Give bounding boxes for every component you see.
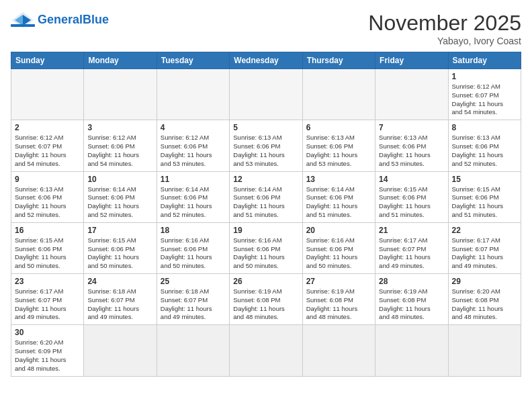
day-number: 29 [452,277,517,286]
title-area: November 2025 Yabayo, Ivory Coast [368,11,521,46]
day-info: Sunrise: 6:17 AM Sunset: 6:07 PM Dayligh… [15,287,80,322]
day-number: 14 [379,175,444,184]
calendar-cell: 30Sunrise: 6:20 AM Sunset: 6:09 PM Dayli… [11,325,84,376]
day-info: Sunrise: 6:16 AM Sunset: 6:06 PM Dayligh… [306,236,371,271]
day-info: Sunrise: 6:17 AM Sunset: 6:07 PM Dayligh… [379,236,444,271]
calendar-week-row: 2Sunrise: 6:12 AM Sunset: 6:07 PM Daylig… [11,120,521,171]
day-number: 10 [87,175,152,184]
calendar-cell: 23Sunrise: 6:17 AM Sunset: 6:07 PM Dayli… [11,274,84,325]
day-number: 9 [15,175,80,184]
weekday-header-saturday: Saturday [448,52,521,69]
day-info: Sunrise: 6:15 AM Sunset: 6:06 PM Dayligh… [87,236,152,271]
day-info: Sunrise: 6:19 AM Sunset: 6:08 PM Dayligh… [233,287,298,322]
calendar-cell: 27Sunrise: 6:19 AM Sunset: 6:08 PM Dayli… [302,274,375,325]
calendar-cell: 21Sunrise: 6:17 AM Sunset: 6:07 PM Dayli… [375,222,448,273]
calendar-cell: 10Sunrise: 6:14 AM Sunset: 6:06 PM Dayli… [84,171,157,222]
calendar-cell: 11Sunrise: 6:14 AM Sunset: 6:06 PM Dayli… [157,171,229,222]
day-number: 28 [379,277,444,286]
day-info: Sunrise: 6:14 AM Sunset: 6:06 PM Dayligh… [306,185,371,220]
day-info: Sunrise: 6:13 AM Sunset: 6:06 PM Dayligh… [306,134,371,168]
calendar-week-row: 23Sunrise: 6:17 AM Sunset: 6:07 PM Dayli… [11,274,521,325]
day-info: Sunrise: 6:19 AM Sunset: 6:08 PM Dayligh… [379,287,444,322]
day-number: 7 [379,123,444,132]
calendar-cell [302,325,375,376]
calendar-cell [157,69,229,120]
day-number: 27 [306,277,371,286]
calendar-cell [230,69,302,120]
calendar-cell: 25Sunrise: 6:18 AM Sunset: 6:07 PM Dayli… [157,274,229,325]
day-info: Sunrise: 6:15 AM Sunset: 6:06 PM Dayligh… [452,185,517,220]
day-info: Sunrise: 6:13 AM Sunset: 6:06 PM Dayligh… [233,134,298,168]
day-number: 19 [233,226,298,235]
day-number: 18 [161,226,226,235]
day-number: 23 [15,277,80,286]
calendar-cell: 7Sunrise: 6:13 AM Sunset: 6:06 PM Daylig… [375,120,448,171]
calendar-week-row: 16Sunrise: 6:15 AM Sunset: 6:06 PM Dayli… [11,222,521,273]
weekday-header-wednesday: Wednesday [230,52,302,69]
day-info: Sunrise: 6:19 AM Sunset: 6:08 PM Dayligh… [306,287,371,322]
logo-general: General [38,13,83,26]
day-info: Sunrise: 6:16 AM Sunset: 6:06 PM Dayligh… [161,236,226,271]
calendar-cell: 20Sunrise: 6:16 AM Sunset: 6:06 PM Dayli… [302,222,375,273]
day-info: Sunrise: 6:15 AM Sunset: 6:06 PM Dayligh… [15,236,80,271]
day-info: Sunrise: 6:12 AM Sunset: 6:06 PM Dayligh… [87,134,152,168]
calendar-cell: 19Sunrise: 6:16 AM Sunset: 6:06 PM Dayli… [230,222,302,273]
logo-text: GeneralBlue [38,13,109,27]
day-number: 13 [306,175,371,184]
day-number: 15 [452,175,517,184]
calendar-cell: 2Sunrise: 6:12 AM Sunset: 6:07 PM Daylig… [11,120,84,171]
calendar-cell: 12Sunrise: 6:14 AM Sunset: 6:06 PM Dayli… [230,171,302,222]
weekday-header-thursday: Thursday [302,52,375,69]
day-info: Sunrise: 6:20 AM Sunset: 6:09 PM Dayligh… [15,338,80,373]
logo: GeneralBlue [11,11,109,30]
calendar-cell: 18Sunrise: 6:16 AM Sunset: 6:06 PM Dayli… [157,222,229,273]
calendar-cell [11,69,84,120]
calendar-cell [84,325,157,376]
calendar-week-row: 9Sunrise: 6:13 AM Sunset: 6:06 PM Daylig… [11,171,521,222]
calendar-cell: 22Sunrise: 6:17 AM Sunset: 6:07 PM Dayli… [448,222,521,273]
month-title: November 2025 [368,11,521,36]
calendar-cell: 4Sunrise: 6:12 AM Sunset: 6:06 PM Daylig… [157,120,229,171]
calendar-cell [302,69,375,120]
calendar-cell: 3Sunrise: 6:12 AM Sunset: 6:06 PM Daylig… [84,120,157,171]
calendar-cell: 29Sunrise: 6:20 AM Sunset: 6:08 PM Dayli… [448,274,521,325]
day-number: 17 [87,226,152,235]
day-number: 5 [233,123,298,132]
calendar-cell: 26Sunrise: 6:19 AM Sunset: 6:08 PM Dayli… [230,274,302,325]
day-info: Sunrise: 6:14 AM Sunset: 6:06 PM Dayligh… [161,185,226,220]
weekday-header-tuesday: Tuesday [157,52,229,69]
day-info: Sunrise: 6:18 AM Sunset: 6:07 PM Dayligh… [87,287,152,322]
calendar-cell [157,325,229,376]
day-info: Sunrise: 6:16 AM Sunset: 6:06 PM Dayligh… [233,236,298,271]
day-info: Sunrise: 6:13 AM Sunset: 6:06 PM Dayligh… [379,134,444,168]
day-info: Sunrise: 6:14 AM Sunset: 6:06 PM Dayligh… [87,185,152,220]
day-number: 22 [452,226,517,235]
day-info: Sunrise: 6:12 AM Sunset: 6:07 PM Dayligh… [15,134,80,168]
day-number: 21 [379,226,444,235]
calendar-cell: 6Sunrise: 6:13 AM Sunset: 6:06 PM Daylig… [302,120,375,171]
weekday-header-monday: Monday [84,52,157,69]
calendar-cell [375,69,448,120]
day-info: Sunrise: 6:12 AM Sunset: 6:07 PM Dayligh… [452,83,517,117]
calendar-cell [84,69,157,120]
day-number: 16 [15,226,80,235]
calendar-cell: 13Sunrise: 6:14 AM Sunset: 6:06 PM Dayli… [302,171,375,222]
calendar-cell: 15Sunrise: 6:15 AM Sunset: 6:06 PM Dayli… [448,171,521,222]
day-info: Sunrise: 6:17 AM Sunset: 6:07 PM Dayligh… [452,236,517,271]
calendar-cell: 14Sunrise: 6:15 AM Sunset: 6:06 PM Dayli… [375,171,448,222]
calendar-cell [230,325,302,376]
day-number: 3 [87,123,152,132]
day-number: 24 [87,277,152,286]
day-number: 8 [452,123,517,132]
weekday-header-row: SundayMondayTuesdayWednesdayThursdayFrid… [11,52,521,69]
header: GeneralBlue November 2025 Yabayo, Ivory … [11,11,521,46]
day-info: Sunrise: 6:18 AM Sunset: 6:07 PM Dayligh… [161,287,226,322]
day-info: Sunrise: 6:13 AM Sunset: 6:06 PM Dayligh… [452,134,517,168]
day-number: 11 [161,175,226,184]
day-info: Sunrise: 6:12 AM Sunset: 6:06 PM Dayligh… [161,134,226,168]
calendar-cell [375,325,448,376]
calendar-cell: 9Sunrise: 6:13 AM Sunset: 6:06 PM Daylig… [11,171,84,222]
day-info: Sunrise: 6:14 AM Sunset: 6:06 PM Dayligh… [233,185,298,220]
day-number: 20 [306,226,371,235]
calendar-cell [448,325,521,376]
